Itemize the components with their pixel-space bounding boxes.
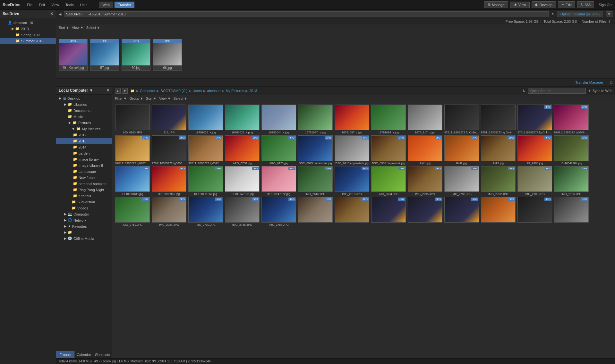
- local-tree-item-pictures[interactable]: ▼ 📁 Pictures: [56, 120, 112, 126]
- thumb-item[interactable]: JPG 9781118385272 fg Online 1...: [517, 105, 552, 134]
- refresh-browser-icon[interactable]: ↻: [523, 89, 525, 93]
- sd-thumb-1[interactable]: JPG 57.jpg: [90, 39, 119, 71]
- local-tree-item-2014[interactable]: 📁 2014: [56, 144, 112, 150]
- thumb-item[interactable]: 16781028_x.jpg: [188, 105, 223, 134]
- thumb-item[interactable]: JPG: [481, 197, 516, 226]
- local-tree-item-offline[interactable]: ▶ 💿 Offline Media: [56, 235, 112, 241]
- local-tree-item-personal[interactable]: 📁 personal samples: [56, 181, 112, 187]
- local-tree-item-garden[interactable]: 📁 garden: [56, 150, 112, 156]
- bc-user[interactable]: abeason: [207, 89, 220, 93]
- local-tree-item-landscape[interactable]: 📁 Landscape: [56, 168, 112, 174]
- thumb-item[interactable]: 16781028_x.png: [225, 105, 260, 134]
- thumb-item[interactable]: JPG ID-100147022.jpg: [261, 166, 296, 196]
- upload-button[interactable]: Upload Original (as JPG): [557, 11, 603, 17]
- view-button-br[interactable]: View ▼: [159, 97, 171, 100]
- local-tree-item-mypictures[interactable]: ▼ 📁 My Pictures: [56, 126, 112, 132]
- local-tree-item-docs[interactable]: 📁 Documents: [56, 107, 112, 114]
- thumb-item[interactable]: 16781117_x.jpg: [407, 105, 443, 134]
- thumb-item[interactable]: JPG DSC_0113 copiewtmk.jpg: [334, 135, 370, 165]
- menu-file[interactable]: File: [26, 2, 34, 7]
- manage-button[interactable]: ⊞ Manage: [484, 1, 508, 8]
- thumb-item[interactable]: JPG: [298, 197, 333, 226]
- filter-button[interactable]: Filter ▼: [115, 97, 127, 100]
- thumb-item[interactable]: JPG ID-10095965.jpg: [151, 166, 187, 196]
- thumb-item[interactable]: JPG 9781118385272 fg0306.jpg: [151, 135, 187, 165]
- tab-folders[interactable]: Folders: [56, 351, 75, 358]
- select-button-sd[interactable]: Select ▼: [86, 26, 100, 30]
- menu-help[interactable]: Help: [79, 2, 89, 7]
- quick-search-input[interactable]: [528, 88, 586, 94]
- thumb-item[interactable]: JPG IMG_2788.JPG: [261, 197, 296, 226]
- local-tree-item-music[interactable]: 📁 Music: [56, 114, 112, 120]
- local-tree-item-imagelib[interactable]: 📁 image library: [56, 156, 112, 162]
- thumb-item[interactable]: JPG APO_5708.jpg: [225, 135, 260, 165]
- thumb-item[interactable]: JPG IMG_2702.JPG: [481, 166, 516, 196]
- local-tree-item-desktop[interactable]: ▶ 🖥 Desktop: [56, 95, 112, 101]
- close-local-icon[interactable]: ✕: [106, 88, 109, 93]
- local-tree-item-videos[interactable]: 📁 Videos: [56, 205, 112, 211]
- thumb-item[interactable]: JPG 9781118385272 fg0207.jpg: [115, 135, 150, 165]
- thumb-item[interactable]: JPG: [371, 197, 406, 226]
- thumb-item[interactable]: 16781094_x.jpg: [371, 105, 406, 134]
- local-tree-item-favorites[interactable]: ▶ ★ Favorites: [56, 223, 112, 229]
- thumb-item[interactable]: JPG Fall3.jpg: [481, 135, 516, 165]
- tab-shortcuts[interactable]: Shortcuts: [93, 351, 112, 358]
- local-tree-item-imagelib2[interactable]: 📁 Image Library II: [56, 162, 112, 168]
- thumb-item[interactable]: JPG IMG_2786.JPG: [225, 197, 260, 226]
- thumb-item[interactable]: JPG IMG_2730.JPG: [188, 197, 223, 226]
- sort-button-br[interactable]: Sort ▼: [146, 97, 157, 100]
- thumb-item[interactable]: JPG: [517, 197, 552, 226]
- nav-down-icon[interactable]: ▼: [122, 88, 128, 94]
- thumb-item[interactable]: JPG FP_9908.jpg: [517, 135, 552, 165]
- bc-drive[interactable]: BOOTCAMP (C:): [160, 89, 187, 93]
- sd-thumb-3[interactable]: JPG 66.jpg: [153, 39, 182, 71]
- local-tree-item-2013[interactable]: 📁 2013: [56, 138, 112, 144]
- thumb-item[interactable]: 16781067_x.jpg: [298, 105, 333, 134]
- tab-calendar[interactable]: Calendar: [75, 351, 93, 358]
- view-button[interactable]: 👁 View: [510, 2, 530, 8]
- group-button[interactable]: Group ▼: [129, 97, 143, 100]
- sort-button[interactable]: Sort ▼: [59, 26, 69, 30]
- view-button-sd[interactable]: View ▼: [72, 26, 84, 30]
- thumb-item[interactable]: JPG IMG_2724.JPG: [151, 197, 187, 226]
- thumb-item[interactable]: JPG Fall2.jpg: [444, 135, 479, 165]
- local-tree-item-subversion[interactable]: 📁 Subversion: [56, 199, 112, 205]
- thumb-item[interactable]: 9781118385272 fg Online 0...: [444, 105, 479, 134]
- bc-computer[interactable]: Computer: [140, 89, 155, 93]
- thumb-item[interactable]: JPG IMG_2711.JPG: [115, 197, 150, 226]
- thumb-item[interactable]: JPG ID-10078133.jpg: [115, 166, 150, 196]
- seedrive-tree-item-3[interactable]: 📁 Summer 2013: [0, 38, 56, 44]
- sync-to-web-button[interactable]: ⬆ Sync to Web: [588, 89, 612, 93]
- thumb-item[interactable]: 100_8863.JPG: [115, 105, 150, 134]
- transfer-manager-bar[interactable]: Transfer Manager — □: [56, 78, 615, 86]
- local-tree-item-network[interactable]: ▶ 🌐 Network: [56, 217, 112, 223]
- thumb-item[interactable]: JPG ID-10042284.jpg: [554, 135, 589, 165]
- local-tree-item-2012[interactable]: 📁 2012: [56, 132, 112, 138]
- thumb-item[interactable]: JPG Fall1.jpg: [407, 135, 443, 165]
- sd-thumb-2[interactable]: JPG 60.jpg: [122, 39, 150, 71]
- thumb-item[interactable]: JPG: [334, 197, 370, 226]
- nav-back-icon[interactable]: ◀: [59, 12, 61, 16]
- thumb-item[interactable]: JPG IMG_2706.JPG: [554, 166, 589, 196]
- bc-mypictures[interactable]: My Pictures: [226, 89, 244, 93]
- close-icon[interactable]: ✕: [50, 12, 53, 16]
- local-tree-item-misc[interactable]: ▶ 📁: [56, 229, 112, 235]
- thumb-item[interactable]: JPG 9781118385272 fg0312.jpg: [188, 135, 223, 165]
- thumb-item[interactable]: JPG ID-100111662.jpg: [188, 166, 223, 196]
- nav-up-icon[interactable]: ▲: [115, 88, 121, 94]
- transfer-manager-link[interactable]: Transfer Manager: [575, 80, 603, 84]
- thumb-item[interactable]: JPG 9781118385272 fg0206.jpg: [554, 105, 589, 134]
- select-button-br[interactable]: Select ▼: [173, 97, 187, 100]
- 365-button[interactable]: ↻ 365: [577, 1, 594, 8]
- upload-dropdown-icon[interactable]: ▼: [606, 11, 612, 17]
- thumb-item[interactable]: 213.JPG: [151, 105, 187, 134]
- seedrive-tree-item-1[interactable]: ▶ 📁 2013: [0, 26, 56, 32]
- seedrive-tree-item-0[interactable]: 👤 abeason+16: [0, 20, 56, 26]
- local-tree-item-libraries[interactable]: ▶ 📁 Libraries: [56, 101, 112, 107]
- thumb-item[interactable]: 9781118385272 fg Online 1...: [481, 105, 516, 134]
- local-tree-item-newfolder[interactable]: 📁 New folder: [56, 174, 112, 181]
- thumb-item[interactable]: JPG DSC_0025 copiewtmk.jpg: [298, 135, 333, 165]
- thumb-item[interactable]: JPG APO_6120.jpg: [261, 135, 296, 165]
- thumb-item[interactable]: JPG: [444, 197, 479, 226]
- thumb-item[interactable]: JPG IMG_2616.JPG: [298, 166, 333, 196]
